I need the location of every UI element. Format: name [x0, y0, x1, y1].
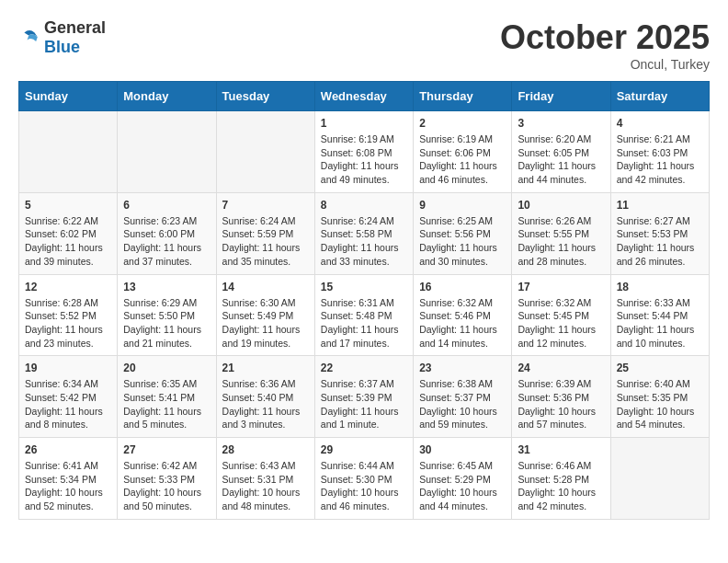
col-tuesday: Tuesday — [216, 82, 314, 111]
day-cell: 12Sunrise: 6:28 AM Sunset: 5:52 PM Dayli… — [19, 274, 118, 356]
day-info: Sunrise: 6:41 AM Sunset: 5:34 PM Dayligh… — [25, 459, 111, 513]
day-cell: 20Sunrise: 6:35 AM Sunset: 5:41 PM Dayli… — [118, 356, 216, 438]
day-number: 19 — [25, 362, 111, 374]
day-cell — [19, 111, 118, 193]
page-header: General Blue October 2025 Oncul, Turkey — [18, 18, 710, 72]
day-number: 29 — [321, 443, 407, 456]
day-number: 7 — [222, 199, 309, 212]
logo-general: General — [44, 18, 106, 37]
title-block: October 2025 Oncul, Turkey — [500, 18, 710, 72]
day-number: 10 — [518, 199, 604, 212]
week-row-4: 19Sunrise: 6:34 AM Sunset: 5:42 PM Dayli… — [19, 356, 710, 438]
day-info: Sunrise: 6:31 AM Sunset: 5:48 PM Dayligh… — [321, 296, 407, 350]
day-cell: 18Sunrise: 6:33 AM Sunset: 5:44 PM Dayli… — [610, 274, 709, 356]
day-info: Sunrise: 6:42 AM Sunset: 5:33 PM Dayligh… — [123, 459, 210, 513]
day-cell: 3Sunrise: 6:20 AM Sunset: 6:05 PM Daylig… — [512, 111, 610, 193]
col-sunday: Sunday — [19, 82, 118, 111]
day-number: 30 — [419, 443, 506, 456]
day-cell: 8Sunrise: 6:24 AM Sunset: 5:58 PM Daylig… — [314, 192, 413, 274]
day-info: Sunrise: 6:24 AM Sunset: 5:59 PM Dayligh… — [222, 214, 309, 269]
logo-icon — [18, 27, 40, 49]
day-info: Sunrise: 6:39 AM Sunset: 5:36 PM Dayligh… — [518, 377, 604, 431]
day-cell: 9Sunrise: 6:25 AM Sunset: 5:56 PM Daylig… — [414, 192, 512, 274]
day-info: Sunrise: 6:38 AM Sunset: 5:37 PM Dayligh… — [419, 377, 506, 431]
day-number: 2 — [419, 117, 506, 130]
day-cell: 22Sunrise: 6:37 AM Sunset: 5:39 PM Dayli… — [314, 356, 413, 438]
calendar-table: Sunday Monday Tuesday Wednesday Thursday… — [18, 81, 710, 520]
day-cell: 5Sunrise: 6:22 AM Sunset: 6:02 PM Daylig… — [19, 192, 118, 274]
day-info: Sunrise: 6:32 AM Sunset: 5:46 PM Dayligh… — [419, 296, 506, 350]
day-cell: 24Sunrise: 6:39 AM Sunset: 5:36 PM Dayli… — [512, 356, 610, 438]
logo: General Blue — [18, 18, 106, 57]
day-number: 26 — [25, 443, 111, 456]
day-number: 11 — [617, 199, 703, 212]
day-cell: 25Sunrise: 6:40 AM Sunset: 5:35 PM Dayli… — [610, 356, 709, 438]
day-cell: 10Sunrise: 6:26 AM Sunset: 5:55 PM Dayli… — [512, 192, 610, 274]
day-number: 28 — [222, 443, 309, 456]
day-info: Sunrise: 6:19 AM Sunset: 6:08 PM Dayligh… — [321, 132, 407, 187]
day-cell: 6Sunrise: 6:23 AM Sunset: 6:00 PM Daylig… — [118, 192, 216, 274]
day-number: 20 — [123, 362, 210, 374]
day-cell: 11Sunrise: 6:27 AM Sunset: 5:53 PM Dayli… — [610, 192, 709, 274]
day-info: Sunrise: 6:25 AM Sunset: 5:56 PM Dayligh… — [419, 214, 506, 269]
day-number: 14 — [222, 281, 309, 293]
day-cell: 23Sunrise: 6:38 AM Sunset: 5:37 PM Dayli… — [414, 356, 512, 438]
day-cell — [610, 438, 709, 520]
day-number: 15 — [321, 281, 407, 293]
day-number: 13 — [123, 281, 210, 293]
calendar-header: Sunday Monday Tuesday Wednesday Thursday… — [19, 82, 710, 111]
day-cell: 1Sunrise: 6:19 AM Sunset: 6:08 PM Daylig… — [314, 111, 413, 193]
day-info: Sunrise: 6:40 AM Sunset: 5:35 PM Dayligh… — [617, 377, 703, 431]
day-number: 23 — [419, 362, 506, 374]
week-row-2: 5Sunrise: 6:22 AM Sunset: 6:02 PM Daylig… — [19, 192, 710, 274]
day-cell: 27Sunrise: 6:42 AM Sunset: 5:33 PM Dayli… — [118, 438, 216, 520]
day-info: Sunrise: 6:45 AM Sunset: 5:29 PM Dayligh… — [419, 459, 506, 513]
day-cell: 13Sunrise: 6:29 AM Sunset: 5:50 PM Dayli… — [118, 274, 216, 356]
col-wednesday: Wednesday — [314, 82, 413, 111]
logo-text: General Blue — [44, 18, 106, 57]
col-thursday: Thursday — [414, 82, 512, 111]
day-number: 16 — [419, 281, 506, 293]
day-info: Sunrise: 6:46 AM Sunset: 5:28 PM Dayligh… — [518, 459, 604, 513]
day-number: 3 — [518, 117, 604, 130]
day-number: 31 — [518, 443, 604, 456]
day-number: 18 — [617, 281, 703, 293]
col-monday: Monday — [118, 82, 216, 111]
day-cell: 21Sunrise: 6:36 AM Sunset: 5:40 PM Dayli… — [216, 356, 314, 438]
day-info: Sunrise: 6:33 AM Sunset: 5:44 PM Dayligh… — [617, 296, 703, 350]
col-friday: Friday — [512, 82, 610, 111]
location: Oncul, Turkey — [500, 57, 710, 72]
col-saturday: Saturday — [610, 82, 709, 111]
day-number: 8 — [321, 199, 407, 212]
logo-blue: Blue — [44, 38, 80, 56]
day-number: 27 — [123, 443, 210, 456]
day-cell: 2Sunrise: 6:19 AM Sunset: 6:06 PM Daylig… — [414, 111, 512, 193]
day-info: Sunrise: 6:30 AM Sunset: 5:49 PM Dayligh… — [222, 296, 309, 350]
day-cell: 7Sunrise: 6:24 AM Sunset: 5:59 PM Daylig… — [216, 192, 314, 274]
day-cell: 4Sunrise: 6:21 AM Sunset: 6:03 PM Daylig… — [610, 111, 709, 193]
day-number: 5 — [25, 199, 111, 212]
day-number: 4 — [617, 117, 703, 130]
day-info: Sunrise: 6:22 AM Sunset: 6:02 PM Dayligh… — [25, 214, 111, 269]
day-info: Sunrise: 6:26 AM Sunset: 5:55 PM Dayligh… — [518, 214, 604, 269]
week-row-5: 26Sunrise: 6:41 AM Sunset: 5:34 PM Dayli… — [19, 438, 710, 520]
day-cell: 26Sunrise: 6:41 AM Sunset: 5:34 PM Dayli… — [19, 438, 118, 520]
day-cell: 17Sunrise: 6:32 AM Sunset: 5:45 PM Dayli… — [512, 274, 610, 356]
day-number: 21 — [222, 362, 309, 374]
day-number: 22 — [321, 362, 407, 374]
day-cell — [118, 111, 216, 193]
day-number: 1 — [321, 117, 407, 130]
week-row-3: 12Sunrise: 6:28 AM Sunset: 5:52 PM Dayli… — [19, 274, 710, 356]
day-info: Sunrise: 6:32 AM Sunset: 5:45 PM Dayligh… — [518, 296, 604, 350]
day-info: Sunrise: 6:23 AM Sunset: 6:00 PM Dayligh… — [123, 214, 210, 269]
day-cell — [216, 111, 314, 193]
day-cell: 30Sunrise: 6:45 AM Sunset: 5:29 PM Dayli… — [414, 438, 512, 520]
day-info: Sunrise: 6:21 AM Sunset: 6:03 PM Dayligh… — [617, 132, 703, 187]
day-info: Sunrise: 6:19 AM Sunset: 6:06 PM Dayligh… — [419, 132, 506, 187]
day-number: 24 — [518, 362, 604, 374]
day-number: 12 — [25, 281, 111, 293]
day-info: Sunrise: 6:29 AM Sunset: 5:50 PM Dayligh… — [123, 296, 210, 350]
day-number: 6 — [123, 199, 210, 212]
day-number: 25 — [617, 362, 703, 374]
week-row-1: 1Sunrise: 6:19 AM Sunset: 6:08 PM Daylig… — [19, 111, 710, 193]
